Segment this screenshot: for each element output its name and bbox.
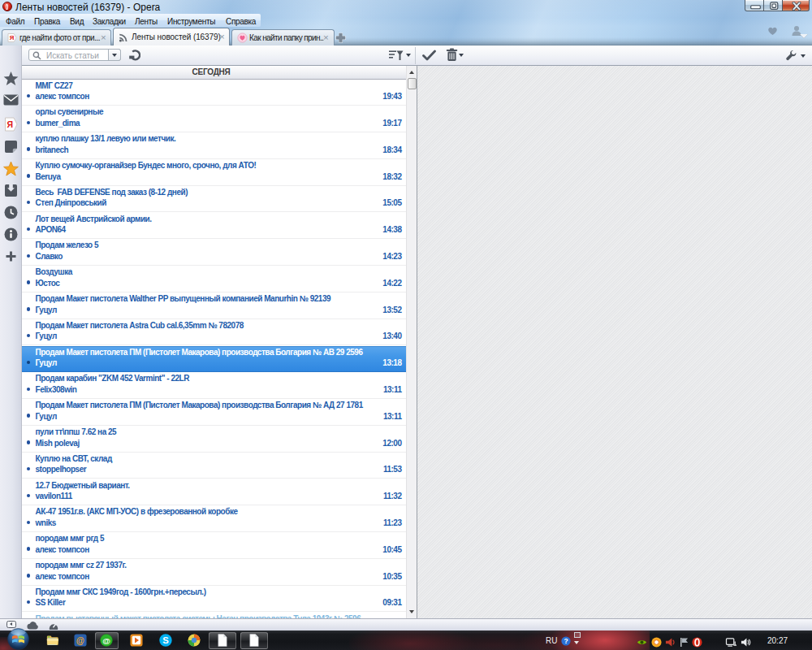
- svg-text:@: @: [76, 635, 84, 644]
- svg-text:Я: Я: [10, 34, 15, 41]
- svg-text:@: @: [102, 635, 110, 644]
- svg-text:?: ?: [564, 637, 568, 645]
- svg-text:Я: Я: [7, 119, 14, 129]
- svg-text:S: S: [162, 635, 169, 645]
